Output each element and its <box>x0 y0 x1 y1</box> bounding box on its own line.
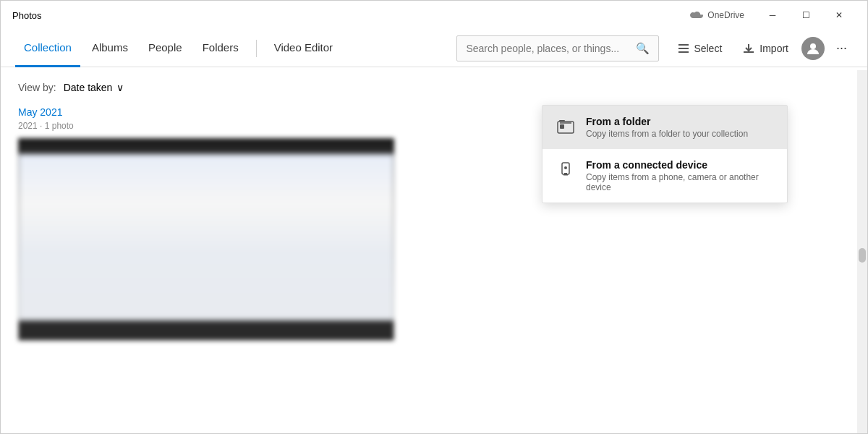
device-option-desc: Copy items from a phone, camera or anoth… <box>586 172 774 192</box>
titlebar: Photos OneDrive ─ ☐ ✕ <box>1 1 867 30</box>
device-text-group: From a connected device Copy items from … <box>586 159 774 192</box>
svg-point-13 <box>564 166 567 169</box>
user-icon <box>807 42 820 55</box>
svg-rect-11 <box>564 173 567 174</box>
toolbar-right: Select Import ··· <box>671 37 853 60</box>
folder-icon <box>556 117 576 137</box>
nav-collection[interactable]: Collection <box>15 30 80 67</box>
svg-point-5 <box>810 43 816 49</box>
device-option-title: From a connected device <box>586 159 774 171</box>
view-by-label: View by: <box>18 82 56 93</box>
cloud-icon <box>690 10 703 20</box>
view-by-row: View by: Date taken ∨ <box>18 82 840 93</box>
content-area: View by: Date taken ∨ May 2021 2021 · 1 … <box>1 67 867 434</box>
select-icon <box>678 43 689 54</box>
search-input[interactable] <box>466 43 636 54</box>
nav-people[interactable]: People <box>140 30 191 67</box>
scrollbar-thumb[interactable] <box>859 248 866 263</box>
search-icon[interactable]: 🔍 <box>636 42 650 55</box>
account-icon[interactable] <box>801 37 825 60</box>
import-icon <box>742 43 755 54</box>
device-icon <box>556 161 576 181</box>
app-title: Photos <box>12 10 41 21</box>
nav-folders[interactable]: Folders <box>194 30 247 67</box>
svg-rect-8 <box>560 124 564 129</box>
folder-option-title: From a folder <box>586 116 748 127</box>
svg-rect-2 <box>678 51 689 53</box>
folder-option-desc: Copy items from a folder to your collect… <box>586 129 748 139</box>
close-button[interactable]: ✕ <box>822 4 856 27</box>
chevron-down-icon: ∨ <box>116 82 124 93</box>
maximize-button[interactable]: ☐ <box>789 4 822 27</box>
photo-thumbnail[interactable] <box>18 138 394 341</box>
navbar: Collection Albums People Folders Video E… <box>1 30 867 67</box>
select-button[interactable]: Select <box>671 38 729 59</box>
dropdown-item-folder[interactable]: From a folder Copy items from a folder t… <box>542 106 787 149</box>
onedrive-label: OneDrive <box>690 10 744 20</box>
scrollbar-track[interactable] <box>857 70 867 434</box>
photo-inner <box>18 138 394 341</box>
svg-rect-12 <box>563 174 568 176</box>
nav-albums[interactable]: Albums <box>83 30 137 67</box>
minimize-button[interactable]: ─ <box>756 4 789 27</box>
nav-divider <box>256 40 257 57</box>
view-by-value[interactable]: Date taken ∨ <box>64 82 124 93</box>
search-box[interactable]: 🔍 <box>456 35 659 61</box>
window-controls: ─ ☐ ✕ <box>756 4 856 27</box>
nav-video-editor[interactable]: Video Editor <box>265 30 341 67</box>
dropdown-item-device[interactable]: From a connected device Copy items from … <box>542 149 787 203</box>
svg-rect-0 <box>678 44 689 46</box>
import-button[interactable]: Import <box>735 38 796 59</box>
svg-rect-1 <box>678 48 689 49</box>
folder-text-group: From a folder Copy items from a folder t… <box>586 116 748 139</box>
svg-rect-4 <box>748 44 749 50</box>
titlebar-right: OneDrive ─ ☐ ✕ <box>690 4 856 27</box>
more-button[interactable]: ··· <box>830 38 853 59</box>
import-dropdown: From a folder Copy items from a folder t… <box>542 105 788 203</box>
